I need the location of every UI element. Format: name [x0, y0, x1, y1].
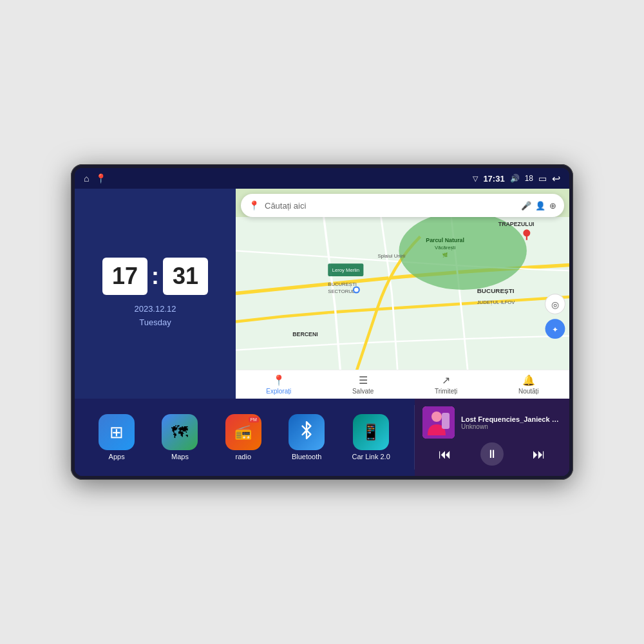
map-nav-saved[interactable]: ☰ Salvate — [352, 374, 374, 395]
clock-display: 17 : 31 — [102, 258, 208, 295]
signal-icon: ▽ — [473, 175, 478, 183]
app-icon-bluetooth[interactable]: Bluetooth — [289, 414, 325, 460]
map-nav-explore[interactable]: 📍 Explorați — [266, 374, 291, 395]
svg-point-16 — [354, 288, 359, 292]
bottom-section: ⊞ Apps 🗺 Maps 📻 FM — [75, 399, 569, 476]
apps-label: Apps — [109, 453, 125, 460]
volume-icon: 🔊 — [510, 174, 520, 183]
saved-label: Salvate — [352, 388, 374, 395]
home-icon[interactable]: ⌂ — [84, 173, 89, 184]
bluetooth-icon — [298, 421, 316, 444]
music-artist: Unknown — [461, 423, 562, 430]
explore-label: Explorați — [266, 388, 291, 395]
layers-icon[interactable]: ⊕ — [549, 201, 556, 211]
app-icon-apps[interactable]: ⊞ Apps — [99, 414, 135, 460]
svg-text:◎: ◎ — [551, 299, 559, 310]
map-search-actions: 🎤 👤 ⊕ — [521, 201, 556, 211]
map-section[interactable]: 📍 Căutați aici 🎤 👤 ⊕ — [236, 189, 569, 399]
svg-text:BERCENI: BERCENI — [292, 331, 318, 337]
next-button[interactable]: ⏭ — [530, 444, 548, 464]
map-pin-icon: 📍 — [249, 200, 260, 211]
svg-text:TRAPEZULUI: TRAPEZULUI — [498, 221, 535, 227]
saved-icon: ☰ — [359, 374, 368, 386]
carlink-label: Car Link 2.0 — [352, 453, 390, 460]
status-bar: ⌂ 📍 ▽ 17:31 🔊 18 ▭ ↩ — [75, 168, 569, 189]
send-icon: ↗ — [442, 374, 450, 386]
clock-date: 2023.12.12 Tuesday — [134, 303, 176, 330]
music-text: Lost Frequencies_Janieck Devy-... Unknow… — [461, 415, 562, 430]
radio-label: radio — [236, 453, 251, 460]
status-right: ▽ 17:31 🔊 18 ▭ ↩ — [473, 173, 560, 185]
svg-text:JUDEȚUL ILFOV: JUDEȚUL ILFOV — [477, 299, 516, 305]
map-search-bar[interactable]: 📍 Căutați aici 🎤 👤 ⊕ — [241, 194, 564, 217]
radio-icon: 📻 — [234, 424, 252, 440]
svg-text:🌿: 🌿 — [442, 252, 448, 258]
clock-widget: 17 : 31 2023.12.12 Tuesday — [75, 189, 236, 399]
maps-icon: 🗺 — [171, 422, 188, 442]
music-controls: ⏮ ⏸ ⏭ — [422, 440, 562, 468]
back-icon[interactable]: ↩ — [552, 173, 560, 185]
battery-icon: ▭ — [538, 173, 547, 184]
send-label: Trimiteți — [435, 388, 457, 395]
bluetooth-label: Bluetooth — [292, 453, 321, 460]
maps-icon-bg: 🗺 — [162, 414, 198, 450]
maps-shortcut-icon[interactable]: 📍 — [95, 173, 106, 184]
music-info: Lost Frequencies_Janieck Devy-... Unknow… — [422, 406, 562, 439]
music-player: Lost Frequencies_Janieck Devy-... Unknow… — [415, 399, 569, 476]
carlink-icon-bg: 📱 — [353, 414, 389, 450]
play-pause-button[interactable]: ⏸ — [480, 442, 504, 466]
radio-icon-bg: 📻 FM — [225, 414, 261, 450]
carlink-icon: 📱 — [361, 423, 381, 441]
maps-label: Maps — [171, 453, 189, 460]
app-icon-carlink[interactable]: 📱 Car Link 2.0 — [352, 414, 390, 460]
map-nav-send[interactable]: ↗ Trimiteți — [435, 374, 457, 395]
music-thumbnail — [422, 406, 455, 439]
clock-colon: : — [151, 263, 159, 290]
app-icon-radio[interactable]: 📻 FM radio — [225, 414, 261, 460]
app-icons-area: ⊞ Apps 🗺 Maps 📻 FM — [75, 399, 414, 476]
svg-point-24 — [431, 412, 442, 422]
main-content: 17 : 31 2023.12.12 Tuesday 📍 Căutați aic… — [75, 189, 569, 476]
map-svg: Parcul Natural Văcărești 🌿 TRAPEZULUI BU… — [236, 217, 569, 370]
svg-text:✦: ✦ — [552, 325, 558, 334]
map-nav-news[interactable]: 🔔 Noutăți — [518, 374, 539, 395]
top-section: 17 : 31 2023.12.12 Tuesday 📍 Căutați aic… — [75, 189, 569, 399]
svg-text:Splaiul Unirii: Splaiul Unirii — [377, 253, 405, 259]
apps-icon-bg: ⊞ — [99, 414, 135, 450]
device-frame: ⌂ 📍 ▽ 17:31 🔊 18 ▭ ↩ 17 : — [71, 164, 573, 480]
status-time: 17:31 — [483, 174, 504, 184]
svg-text:Leroy Merlin: Leroy Merlin — [332, 267, 359, 273]
clock-minute: 31 — [163, 258, 208, 295]
status-left: ⌂ 📍 — [84, 173, 106, 184]
album-art — [422, 406, 455, 439]
battery-level: 18 — [525, 174, 533, 183]
bluetooth-icon-bg — [289, 414, 325, 450]
svg-rect-25 — [442, 413, 450, 429]
clock-hour: 17 — [102, 258, 147, 295]
map-body[interactable]: Parcul Natural Văcărești 🌿 TRAPEZULUI BU… — [236, 217, 569, 370]
screen: ⌂ 📍 ▽ 17:31 🔊 18 ▭ ↩ 17 : — [75, 168, 569, 476]
prev-button[interactable]: ⏮ — [436, 444, 454, 464]
mic-icon[interactable]: 🎤 — [521, 201, 531, 211]
map-bottom-bar: 📍 Explorați ☰ Salvate ↗ Trimiteți 🔔 — [236, 370, 569, 399]
explore-icon: 📍 — [272, 374, 285, 386]
app-icon-maps[interactable]: 🗺 Maps — [162, 414, 198, 460]
svg-text:BUCUREȘTI: BUCUREȘTI — [477, 288, 515, 295]
svg-text:BUCUREȘTI: BUCUREȘTI — [328, 281, 357, 287]
svg-text:Parcul Natural: Parcul Natural — [426, 237, 464, 243]
music-title: Lost Frequencies_Janieck Devy-... — [461, 415, 562, 423]
news-icon: 🔔 — [522, 374, 535, 386]
map-search-text[interactable]: Căutați aici — [265, 201, 516, 211]
svg-text:Văcărești: Văcărești — [435, 245, 455, 251]
news-label: Noutăți — [518, 388, 539, 395]
account-icon[interactable]: 👤 — [535, 201, 545, 211]
apps-icon: ⊞ — [109, 422, 124, 442]
